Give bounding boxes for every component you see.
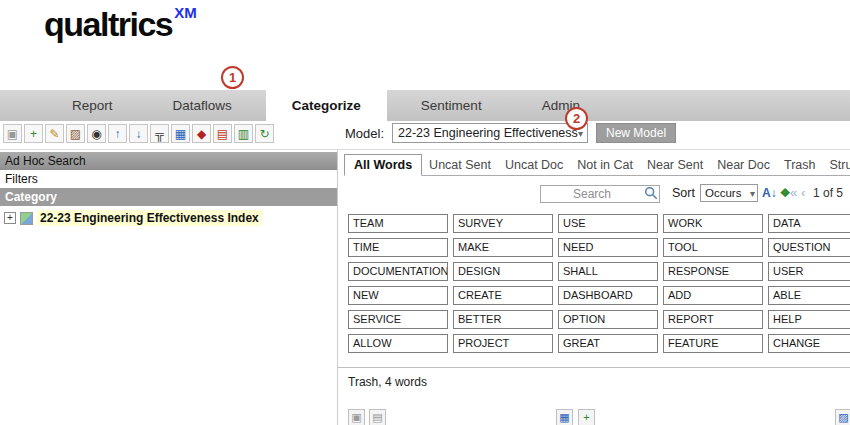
- bottom-toolbar-icon[interactable]: ▤: [369, 409, 386, 425]
- main-tab-near-doc[interactable]: Near Doc: [710, 155, 777, 175]
- word-chip[interactable]: SHALL: [558, 262, 658, 281]
- pagination-prev-icon[interactable]: ‹: [801, 185, 805, 200]
- model-label: Model:: [345, 126, 384, 141]
- word-chip[interactable]: USER: [768, 262, 850, 281]
- pagination-first-icon[interactable]: «: [790, 185, 797, 200]
- word-chip[interactable]: ABLE: [768, 286, 850, 305]
- sort-select[interactable]: Occurs ▾: [700, 184, 758, 202]
- key-icon[interactable]: ◆: [192, 124, 211, 143]
- bottom-toolbar: ▣▤▦+▨: [338, 409, 850, 425]
- qualtrics-app-window: qualtricsXM ReportDataflowsCategorizeSen…: [0, 0, 850, 425]
- word-chip[interactable]: TIME: [348, 238, 448, 257]
- word-chip[interactable]: TOOL: [663, 238, 763, 257]
- arrow-up-icon[interactable]: ↑: [108, 124, 127, 143]
- nav-tabs: ReportDataflowsCategorizeSentimentAdmin: [0, 90, 850, 121]
- main-tab-trash[interactable]: Trash: [777, 155, 823, 175]
- sort-icon-group: A↓❖: [762, 184, 790, 202]
- main-tabs: All WordsUncat SentUncat DocNot in CatNe…: [344, 153, 850, 176]
- word-grid: TEAMSURVEYUSEWORKDATATIMEMAKENEEDTOOLQUE…: [348, 214, 850, 353]
- eye-icon[interactable]: ◉: [87, 124, 106, 143]
- save-icon[interactable]: ▣: [3, 124, 22, 143]
- refresh-icon[interactable]: ↻: [255, 124, 274, 143]
- word-chip[interactable]: REPORT: [663, 310, 763, 329]
- main-tab-not-in-cat[interactable]: Not in Cat: [570, 155, 640, 175]
- word-chip[interactable]: WORK: [663, 214, 763, 233]
- adhoc-search-header[interactable]: Ad Hoc Search: [0, 152, 337, 170]
- sort-label: Sort: [672, 186, 695, 200]
- model-select-value: 22-23 Engineering Effectiveness: [398, 126, 578, 140]
- sort-az-icon[interactable]: A↓: [762, 187, 777, 199]
- new-model-button[interactable]: New Model: [596, 123, 676, 143]
- word-chip[interactable]: CHANGE: [768, 334, 850, 353]
- word-chip[interactable]: NEED: [558, 238, 658, 257]
- nav-tab-admin[interactable]: Admin: [516, 90, 606, 121]
- category-header: Category: [0, 188, 337, 206]
- grid-icon[interactable]: ▦: [171, 124, 190, 143]
- word-chip[interactable]: HELP: [768, 310, 850, 329]
- word-chip[interactable]: CREATE: [453, 286, 553, 305]
- word-chip[interactable]: PROJECT: [453, 334, 553, 353]
- controls-row: Sort Occurs ▾ A↓❖ « ‹ 1 of 5: [338, 184, 850, 204]
- nav-tab-categorize[interactable]: Categorize: [266, 90, 387, 121]
- chevron-down-icon: ▾: [750, 188, 755, 199]
- word-chip[interactable]: RESPONSE: [663, 262, 763, 281]
- annotation-circle-2: 2: [565, 107, 588, 130]
- word-chip[interactable]: SURVEY: [453, 214, 553, 233]
- category-tree-item[interactable]: + 22-23 Engineering Effectiveness Index: [4, 209, 262, 227]
- main-tab-near-sent[interactable]: Near Sent: [640, 155, 710, 175]
- category-node-label[interactable]: 22-23 Engineering Effectiveness Index: [37, 210, 262, 226]
- word-chip[interactable]: ADD: [663, 286, 763, 305]
- word-chip[interactable]: DATA: [768, 214, 850, 233]
- logo-xm: XM: [174, 4, 197, 21]
- qualtrics-logo: qualtricsXM: [44, 4, 197, 44]
- main-tab-structure[interactable]: Structure: [822, 155, 850, 175]
- bottom-add-icon[interactable]: +: [578, 409, 595, 425]
- annotation-circle-1: 1: [221, 66, 244, 89]
- category-node-icon: [20, 212, 33, 225]
- nav-tab-report[interactable]: Report: [46, 90, 139, 121]
- primary-nav: ReportDataflowsCategorizeSentimentAdmin: [0, 90, 850, 121]
- main-tab-uncat-doc[interactable]: Uncat Doc: [498, 155, 570, 175]
- word-chip[interactable]: DASHBOARD: [558, 286, 658, 305]
- word-chip[interactable]: SERVICE: [348, 310, 448, 329]
- layout-icon[interactable]: ▥: [234, 124, 253, 143]
- pdf-icon[interactable]: ▤: [213, 124, 232, 143]
- word-chip[interactable]: QUESTION: [768, 238, 850, 257]
- word-chip[interactable]: USE: [558, 214, 658, 233]
- word-chip[interactable]: ALLOW: [348, 334, 448, 353]
- word-chip[interactable]: FEATURE: [663, 334, 763, 353]
- word-chip[interactable]: OPTION: [558, 310, 658, 329]
- bottom-grid-icon[interactable]: ▨: [835, 409, 850, 425]
- word-chip[interactable]: MAKE: [453, 238, 553, 257]
- pagination-status: 1 of 5: [813, 186, 843, 200]
- bottom-toolbar-icon[interactable]: ▣: [348, 409, 365, 425]
- word-chip[interactable]: BETTER: [453, 310, 553, 329]
- bottom-trash-icon[interactable]: ▦: [556, 409, 573, 425]
- edit-doc-icon[interactable]: ✎: [45, 124, 64, 143]
- main-tab-all-words[interactable]: All Words: [344, 154, 422, 176]
- nav-tab-sentiment[interactable]: Sentiment: [395, 90, 508, 121]
- expand-plus-icon[interactable]: +: [4, 212, 16, 224]
- word-chip[interactable]: DOCUMENTATION: [348, 262, 448, 281]
- word-chip[interactable]: GREAT: [558, 334, 658, 353]
- image-icon[interactable]: ▨: [66, 124, 85, 143]
- nav-tab-dataflows[interactable]: Dataflows: [147, 90, 258, 121]
- footer-divider: [338, 367, 850, 368]
- arrow-down-icon[interactable]: ↓: [129, 124, 148, 143]
- model-group: Model: 22-23 Engineering Effectiveness ▾…: [345, 123, 676, 143]
- refresh-sort-icon[interactable]: ❖: [780, 187, 791, 199]
- search-icon: [644, 186, 658, 200]
- word-chip[interactable]: DESIGN: [453, 262, 553, 281]
- add-icon[interactable]: +: [24, 124, 43, 143]
- filters-row[interactable]: Filters: [0, 170, 337, 188]
- main-tab-uncat-sent[interactable]: Uncat Sent: [422, 155, 498, 175]
- word-chip[interactable]: TEAM: [348, 214, 448, 233]
- logo-wordmark: qualtrics: [44, 5, 172, 43]
- sort-select-value: Occurs: [705, 187, 741, 199]
- search-input[interactable]: [540, 185, 660, 203]
- model-select[interactable]: 22-23 Engineering Effectiveness ▾: [392, 123, 588, 143]
- word-chip[interactable]: NEW: [348, 286, 448, 305]
- hierarchy-icon[interactable]: ╦: [150, 124, 169, 143]
- trash-summary: Trash, 4 words: [348, 375, 427, 389]
- toolbar-icons: ▣+✎▨◉↑↓╦▦◆▤▥↻: [3, 124, 274, 143]
